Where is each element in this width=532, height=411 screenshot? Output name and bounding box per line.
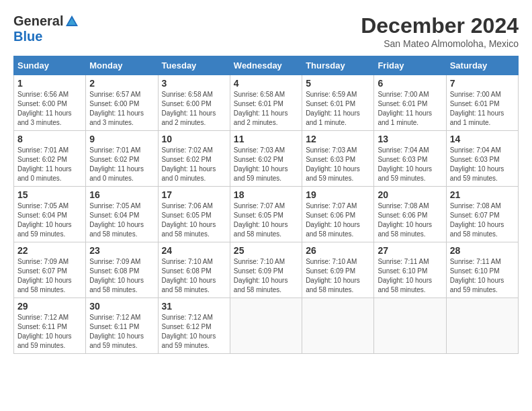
day-info: Sunrise: 7:01 AMSunset: 6:02 PMDaylight:…	[17, 146, 82, 183]
day-number: 5	[306, 78, 370, 89]
day-number: 27	[378, 245, 442, 256]
day-number: 3	[162, 78, 226, 89]
table-row: 25Sunrise: 7:10 AMSunset: 6:09 PMDayligh…	[230, 242, 302, 298]
day-number: 22	[17, 245, 82, 256]
day-number: 9	[89, 134, 154, 144]
day-number: 2	[89, 78, 154, 89]
day-number: 6	[378, 78, 442, 89]
header-sunday: Sunday	[14, 56, 86, 75]
day-number: 29	[17, 301, 82, 312]
day-info: Sunrise: 7:09 AMSunset: 6:08 PMDaylight:…	[89, 257, 154, 295]
calendar-table: Sunday Monday Tuesday Wednesday Thursday…	[13, 56, 519, 354]
day-number: 11	[234, 134, 298, 144]
day-number: 19	[306, 189, 370, 200]
day-number: 20	[378, 189, 442, 200]
day-info: Sunrise: 6:57 AMSunset: 6:00 PMDaylight:…	[89, 90, 154, 128]
day-info: Sunrise: 7:10 AMSunset: 6:08 PMDaylight:…	[162, 257, 226, 295]
table-row: 3Sunrise: 6:58 AMSunset: 6:00 PMDaylight…	[158, 75, 230, 131]
day-number: 15	[17, 189, 82, 200]
table-row: 19Sunrise: 7:07 AMSunset: 6:06 PMDayligh…	[302, 187, 374, 242]
table-row: 11Sunrise: 7:03 AMSunset: 6:02 PMDayligh…	[230, 131, 302, 187]
title-area: December 2024 San Mateo Almomoloha, Mexi…	[361, 13, 519, 49]
day-number: 23	[89, 245, 154, 256]
table-row	[374, 298, 446, 354]
table-row: 22Sunrise: 7:09 AMSunset: 6:07 PMDayligh…	[14, 242, 86, 298]
day-info: Sunrise: 7:00 AMSunset: 6:01 PMDaylight:…	[378, 90, 442, 128]
day-info: Sunrise: 7:07 AMSunset: 6:06 PMDaylight:…	[306, 201, 370, 239]
calendar-week-4: 22Sunrise: 7:09 AMSunset: 6:07 PMDayligh…	[14, 242, 519, 298]
table-row: 5Sunrise: 6:59 AMSunset: 6:01 PMDaylight…	[302, 75, 374, 131]
day-info: Sunrise: 7:10 AMSunset: 6:09 PMDaylight:…	[306, 257, 370, 295]
day-number: 8	[17, 134, 82, 144]
table-row: 1Sunrise: 6:56 AMSunset: 6:00 PMDaylight…	[14, 75, 86, 131]
header-wednesday: Wednesday	[230, 56, 302, 75]
table-row: 14Sunrise: 7:04 AMSunset: 6:03 PMDayligh…	[446, 131, 518, 187]
calendar-week-2: 8Sunrise: 7:01 AMSunset: 6:02 PMDaylight…	[14, 131, 519, 187]
table-row: 21Sunrise: 7:08 AMSunset: 6:07 PMDayligh…	[446, 187, 518, 242]
day-info: Sunrise: 7:11 AMSunset: 6:10 PMDaylight:…	[378, 257, 442, 295]
calendar-week-5: 29Sunrise: 7:12 AMSunset: 6:11 PMDayligh…	[14, 298, 519, 354]
table-row: 16Sunrise: 7:05 AMSunset: 6:04 PMDayligh…	[86, 187, 158, 242]
calendar-header-row: Sunday Monday Tuesday Wednesday Thursday…	[14, 56, 519, 75]
day-number: 12	[306, 134, 370, 144]
day-number: 13	[378, 134, 442, 144]
day-number: 26	[306, 245, 370, 256]
table-row: 4Sunrise: 6:58 AMSunset: 6:01 PMDaylight…	[230, 75, 302, 131]
day-number: 17	[162, 189, 226, 200]
day-number: 14	[450, 134, 515, 144]
day-info: Sunrise: 6:58 AMSunset: 6:01 PMDaylight:…	[234, 90, 298, 128]
table-row: 18Sunrise: 7:07 AMSunset: 6:05 PMDayligh…	[230, 187, 302, 242]
logo-blue: Blue	[13, 29, 42, 44]
table-row: 23Sunrise: 7:09 AMSunset: 6:08 PMDayligh…	[86, 242, 158, 298]
day-number: 16	[89, 189, 154, 200]
day-info: Sunrise: 6:56 AMSunset: 6:00 PMDaylight:…	[17, 90, 82, 128]
day-info: Sunrise: 7:03 AMSunset: 6:03 PMDaylight:…	[306, 146, 370, 183]
table-row: 17Sunrise: 7:06 AMSunset: 6:05 PMDayligh…	[158, 187, 230, 242]
day-info: Sunrise: 7:04 AMSunset: 6:03 PMDaylight:…	[450, 146, 515, 183]
table-row: 10Sunrise: 7:02 AMSunset: 6:02 PMDayligh…	[158, 131, 230, 187]
header-friday: Friday	[374, 56, 446, 75]
day-number: 18	[234, 189, 298, 200]
header-saturday: Saturday	[446, 56, 518, 75]
table-row: 30Sunrise: 7:12 AMSunset: 6:11 PMDayligh…	[86, 298, 158, 354]
table-row: 8Sunrise: 7:01 AMSunset: 6:02 PMDaylight…	[14, 131, 86, 187]
page-subtitle: San Mateo Almomoloha, Mexico	[361, 38, 519, 49]
table-row: 9Sunrise: 7:01 AMSunset: 6:02 PMDaylight…	[86, 131, 158, 187]
day-info: Sunrise: 7:12 AMSunset: 6:12 PMDaylight:…	[162, 313, 226, 351]
day-info: Sunrise: 7:03 AMSunset: 6:02 PMDaylight:…	[234, 146, 298, 183]
table-row: 27Sunrise: 7:11 AMSunset: 6:10 PMDayligh…	[374, 242, 446, 298]
day-info: Sunrise: 7:12 AMSunset: 6:11 PMDaylight:…	[89, 313, 154, 351]
table-row: 7Sunrise: 7:00 AMSunset: 6:01 PMDaylight…	[446, 75, 518, 131]
header-monday: Monday	[86, 56, 158, 75]
table-row: 13Sunrise: 7:04 AMSunset: 6:03 PMDayligh…	[374, 131, 446, 187]
logo: General Blue	[13, 13, 81, 44]
header-thursday: Thursday	[302, 56, 374, 75]
calendar-week-3: 15Sunrise: 7:05 AMSunset: 6:04 PMDayligh…	[14, 187, 519, 242]
day-info: Sunrise: 7:05 AMSunset: 6:04 PMDaylight:…	[89, 201, 154, 239]
table-row: 6Sunrise: 7:00 AMSunset: 6:01 PMDaylight…	[374, 75, 446, 131]
page-title: December 2024	[361, 13, 519, 38]
table-row: 26Sunrise: 7:10 AMSunset: 6:09 PMDayligh…	[302, 242, 374, 298]
day-number: 25	[234, 245, 298, 256]
calendar-week-1: 1Sunrise: 6:56 AMSunset: 6:00 PMDaylight…	[14, 75, 519, 131]
day-number: 21	[450, 189, 515, 200]
table-row: 31Sunrise: 7:12 AMSunset: 6:12 PMDayligh…	[158, 298, 230, 354]
day-number: 28	[450, 245, 515, 256]
table-row: 2Sunrise: 6:57 AMSunset: 6:00 PMDaylight…	[86, 75, 158, 131]
day-number: 1	[17, 78, 82, 89]
day-info: Sunrise: 7:00 AMSunset: 6:01 PMDaylight:…	[450, 90, 515, 128]
day-info: Sunrise: 7:05 AMSunset: 6:04 PMDaylight:…	[17, 201, 82, 239]
table-row: 20Sunrise: 7:08 AMSunset: 6:06 PMDayligh…	[374, 187, 446, 242]
day-info: Sunrise: 7:10 AMSunset: 6:09 PMDaylight:…	[234, 257, 298, 295]
day-number: 24	[162, 245, 226, 256]
day-number: 30	[89, 301, 154, 312]
header-tuesday: Tuesday	[158, 56, 230, 75]
table-row: 12Sunrise: 7:03 AMSunset: 6:03 PMDayligh…	[302, 131, 374, 187]
table-row	[230, 298, 302, 354]
day-number: 7	[450, 78, 515, 89]
logo-icon	[64, 14, 79, 29]
logo-general: General	[13, 13, 63, 29]
day-info: Sunrise: 7:07 AMSunset: 6:05 PMDaylight:…	[234, 201, 298, 239]
table-row: 24Sunrise: 7:10 AMSunset: 6:08 PMDayligh…	[158, 242, 230, 298]
day-info: Sunrise: 7:02 AMSunset: 6:02 PMDaylight:…	[162, 146, 226, 183]
